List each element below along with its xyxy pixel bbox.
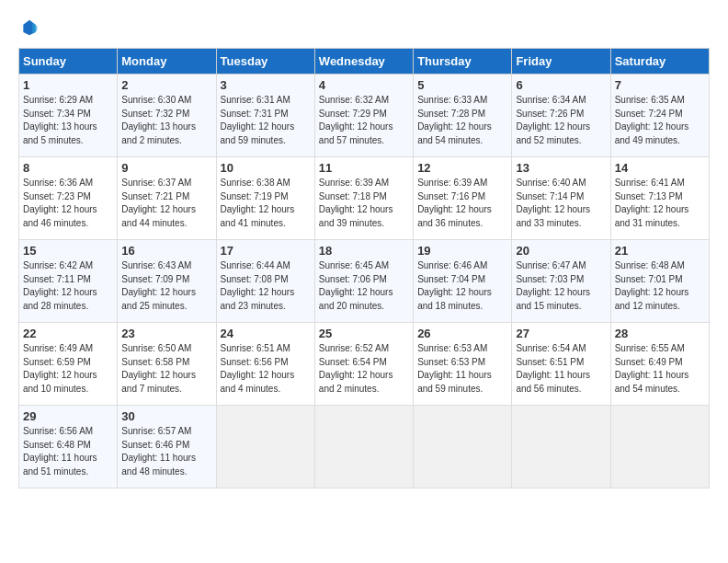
- day-detail: Sunrise: 6:53 AMSunset: 6:53 PMDaylight:…: [417, 343, 492, 394]
- day-number: 30: [121, 409, 211, 423]
- day-number: 8: [23, 161, 113, 175]
- calendar-cell: 3Sunrise: 6:31 AMSunset: 7:31 PMDaylight…: [216, 75, 314, 157]
- header-saturday: Saturday: [610, 49, 709, 75]
- day-number: 12: [417, 161, 507, 175]
- day-detail: Sunrise: 6:39 AMSunset: 7:16 PMDaylight:…: [417, 178, 492, 228]
- day-number: 16: [121, 244, 211, 258]
- day-number: 25: [319, 327, 409, 340]
- day-detail: Sunrise: 6:54 AMSunset: 6:51 PMDaylight:…: [516, 343, 590, 394]
- header-wednesday: Wednesday: [314, 49, 413, 75]
- calendar-cell: 24Sunrise: 6:51 AMSunset: 6:56 PMDayligh…: [216, 323, 314, 406]
- calendar-cell: 30Sunrise: 6:57 AMSunset: 6:46 PMDayligh…: [118, 406, 216, 488]
- calendar-cell: 17Sunrise: 6:44 AMSunset: 7:08 PMDayligh…: [216, 240, 314, 323]
- day-number: 27: [516, 327, 606, 340]
- calendar-cell: [512, 406, 610, 488]
- header-sunday: Sunday: [19, 49, 118, 75]
- calendar-cell: 25Sunrise: 6:52 AMSunset: 6:54 PMDayligh…: [314, 323, 413, 406]
- calendar-cell: 7Sunrise: 6:35 AMSunset: 7:24 PMDaylight…: [610, 75, 709, 157]
- day-detail: Sunrise: 6:57 AMSunset: 6:46 PMDaylight:…: [121, 426, 196, 477]
- calendar-cell: [414, 406, 512, 488]
- day-detail: Sunrise: 6:49 AMSunset: 6:59 PMDaylight:…: [23, 343, 97, 394]
- calendar-cell: 8Sunrise: 6:36 AMSunset: 7:23 PMDaylight…: [19, 157, 118, 240]
- calendar-week-0: 1Sunrise: 6:29 AMSunset: 7:34 PMDaylight…: [19, 75, 710, 157]
- calendar-cell: 21Sunrise: 6:48 AMSunset: 7:01 PMDayligh…: [610, 240, 709, 323]
- day-detail: Sunrise: 6:50 AMSunset: 6:58 PMDaylight:…: [121, 343, 196, 394]
- day-detail: Sunrise: 6:30 AMSunset: 7:32 PMDaylight:…: [121, 95, 196, 145]
- day-detail: Sunrise: 6:45 AMSunset: 7:06 PMDaylight:…: [319, 260, 393, 311]
- day-detail: Sunrise: 6:37 AMSunset: 7:21 PMDaylight:…: [121, 178, 196, 228]
- calendar-cell: [216, 406, 314, 488]
- calendar-cell: 29Sunrise: 6:56 AMSunset: 6:48 PMDayligh…: [19, 406, 118, 488]
- day-detail: Sunrise: 6:35 AMSunset: 7:24 PMDaylight:…: [615, 95, 689, 145]
- calendar-week-3: 22Sunrise: 6:49 AMSunset: 6:59 PMDayligh…: [19, 323, 710, 406]
- calendar-cell: 5Sunrise: 6:33 AMSunset: 7:28 PMDaylight…: [414, 75, 512, 157]
- calendar-cell: [314, 406, 413, 488]
- day-detail: Sunrise: 6:39 AMSunset: 7:18 PMDaylight:…: [319, 178, 393, 228]
- calendar-cell: 15Sunrise: 6:42 AMSunset: 7:11 PMDayligh…: [19, 240, 118, 323]
- calendar-table: SundayMondayTuesdayWednesdayThursdayFrid…: [18, 48, 710, 488]
- day-detail: Sunrise: 6:42 AMSunset: 7:11 PMDaylight:…: [23, 260, 97, 311]
- day-number: 17: [221, 244, 311, 258]
- calendar-week-2: 15Sunrise: 6:42 AMSunset: 7:11 PMDayligh…: [19, 240, 710, 323]
- day-number: 23: [121, 327, 211, 340]
- day-number: 13: [516, 161, 606, 175]
- calendar-cell: 1Sunrise: 6:29 AMSunset: 7:34 PMDaylight…: [19, 75, 118, 157]
- calendar-cell: 13Sunrise: 6:40 AMSunset: 7:14 PMDayligh…: [512, 157, 610, 240]
- day-detail: Sunrise: 6:47 AMSunset: 7:03 PMDaylight:…: [516, 260, 590, 311]
- day-detail: Sunrise: 6:38 AMSunset: 7:19 PMDaylight:…: [221, 178, 295, 228]
- day-number: 14: [615, 161, 705, 175]
- day-number: 2: [121, 78, 211, 92]
- day-detail: Sunrise: 6:33 AMSunset: 7:28 PMDaylight:…: [417, 95, 492, 145]
- day-number: 5: [417, 78, 507, 92]
- day-number: 18: [319, 244, 409, 258]
- header-thursday: Thursday: [414, 49, 512, 75]
- page-header: [18, 18, 710, 33]
- calendar-cell: 6Sunrise: 6:34 AMSunset: 7:26 PMDaylight…: [512, 75, 610, 157]
- day-number: 20: [516, 244, 606, 258]
- day-detail: Sunrise: 6:56 AMSunset: 6:48 PMDaylight:…: [23, 426, 97, 477]
- day-detail: Sunrise: 6:46 AMSunset: 7:04 PMDaylight:…: [417, 260, 492, 311]
- day-number: 4: [319, 78, 409, 92]
- day-number: 10: [221, 161, 311, 175]
- logo-icon: [20, 18, 39, 37]
- day-detail: Sunrise: 6:40 AMSunset: 7:14 PMDaylight:…: [516, 178, 590, 228]
- calendar-cell: 18Sunrise: 6:45 AMSunset: 7:06 PMDayligh…: [314, 240, 413, 323]
- calendar-cell: [610, 406, 709, 488]
- day-number: 9: [121, 161, 211, 175]
- day-detail: Sunrise: 6:43 AMSunset: 7:09 PMDaylight:…: [121, 260, 196, 311]
- day-detail: Sunrise: 6:48 AMSunset: 7:01 PMDaylight:…: [615, 260, 689, 311]
- day-detail: Sunrise: 6:31 AMSunset: 7:31 PMDaylight:…: [221, 95, 295, 145]
- header-tuesday: Tuesday: [216, 49, 314, 75]
- day-number: 7: [615, 78, 705, 92]
- calendar-cell: 22Sunrise: 6:49 AMSunset: 6:59 PMDayligh…: [19, 323, 118, 406]
- calendar-week-1: 8Sunrise: 6:36 AMSunset: 7:23 PMDaylight…: [19, 157, 710, 240]
- day-number: 24: [221, 327, 311, 340]
- day-detail: Sunrise: 6:44 AMSunset: 7:08 PMDaylight:…: [221, 260, 295, 311]
- header-friday: Friday: [512, 49, 610, 75]
- calendar-cell: 11Sunrise: 6:39 AMSunset: 7:18 PMDayligh…: [314, 157, 413, 240]
- calendar-cell: 20Sunrise: 6:47 AMSunset: 7:03 PMDayligh…: [512, 240, 610, 323]
- day-detail: Sunrise: 6:36 AMSunset: 7:23 PMDaylight:…: [23, 178, 97, 228]
- calendar-cell: 4Sunrise: 6:32 AMSunset: 7:29 PMDaylight…: [314, 75, 413, 157]
- day-detail: Sunrise: 6:29 AMSunset: 7:34 PMDaylight:…: [23, 95, 97, 145]
- day-detail: Sunrise: 6:32 AMSunset: 7:29 PMDaylight:…: [319, 95, 393, 145]
- day-number: 19: [417, 244, 507, 258]
- calendar-cell: 19Sunrise: 6:46 AMSunset: 7:04 PMDayligh…: [414, 240, 512, 323]
- header-monday: Monday: [118, 49, 216, 75]
- day-number: 26: [417, 327, 507, 340]
- calendar-cell: 10Sunrise: 6:38 AMSunset: 7:19 PMDayligh…: [216, 157, 314, 240]
- day-detail: Sunrise: 6:51 AMSunset: 6:56 PMDaylight:…: [221, 343, 295, 394]
- calendar-week-4: 29Sunrise: 6:56 AMSunset: 6:48 PMDayligh…: [19, 406, 710, 488]
- day-detail: Sunrise: 6:34 AMSunset: 7:26 PMDaylight:…: [516, 95, 590, 145]
- logo: [18, 18, 39, 33]
- calendar-cell: 14Sunrise: 6:41 AMSunset: 7:13 PMDayligh…: [610, 157, 709, 240]
- day-detail: Sunrise: 6:52 AMSunset: 6:54 PMDaylight:…: [319, 343, 393, 394]
- calendar-cell: 26Sunrise: 6:53 AMSunset: 6:53 PMDayligh…: [414, 323, 512, 406]
- calendar-cell: 2Sunrise: 6:30 AMSunset: 7:32 PMDaylight…: [118, 75, 216, 157]
- day-number: 3: [221, 78, 311, 92]
- day-number: 28: [615, 327, 705, 340]
- day-number: 22: [23, 327, 113, 340]
- day-number: 6: [516, 78, 606, 92]
- calendar-cell: 16Sunrise: 6:43 AMSunset: 7:09 PMDayligh…: [118, 240, 216, 323]
- day-number: 15: [23, 244, 113, 258]
